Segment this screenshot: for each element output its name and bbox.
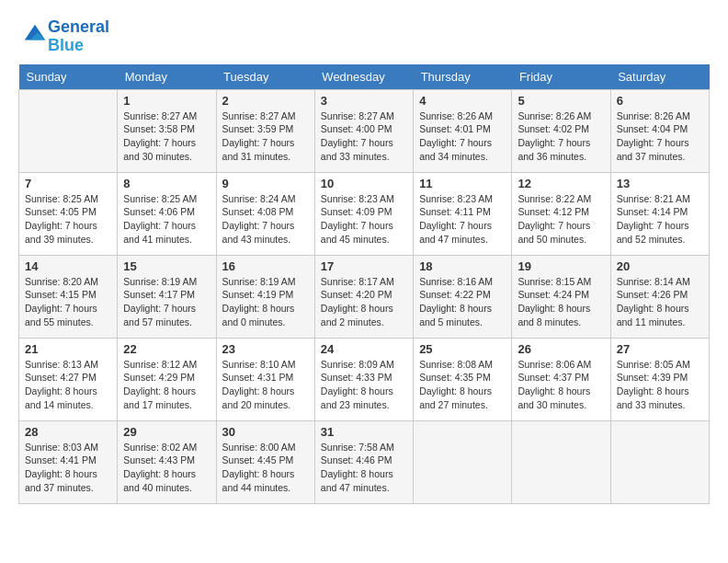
day-info: Sunrise: 8:05 AMSunset: 4:39 PMDaylight:… — [617, 358, 703, 412]
week-row-3: 14Sunrise: 8:20 AMSunset: 4:15 PMDayligh… — [19, 255, 710, 338]
day-number: 7 — [25, 177, 111, 190]
day-cell — [19, 89, 118, 172]
logo-line2: Blue — [48, 37, 109, 55]
day-cell: 20Sunrise: 8:14 AMSunset: 4:26 PMDayligh… — [610, 255, 709, 338]
day-cell: 14Sunrise: 8:20 AMSunset: 4:15 PMDayligh… — [19, 255, 118, 338]
header-wednesday: Wednesday — [314, 64, 413, 90]
day-cell: 19Sunrise: 8:15 AMSunset: 4:24 PMDayligh… — [512, 255, 610, 338]
day-cell: 9Sunrise: 8:24 AMSunset: 4:08 PMDaylight… — [216, 172, 314, 255]
day-info: Sunrise: 8:10 AMSunset: 4:31 PMDaylight:… — [222, 358, 309, 412]
day-number: 29 — [123, 425, 210, 439]
day-number: 11 — [419, 177, 506, 190]
day-cell: 6Sunrise: 8:26 AMSunset: 4:04 PMDaylight… — [610, 89, 709, 172]
logo-line1: General — [48, 18, 109, 37]
header-friday: Friday — [512, 64, 610, 90]
day-number: 25 — [419, 342, 506, 356]
day-info: Sunrise: 8:02 AMSunset: 4:43 PMDaylight:… — [123, 441, 210, 495]
day-cell: 13Sunrise: 8:21 AMSunset: 4:14 PMDayligh… — [610, 172, 709, 255]
day-cell — [610, 420, 709, 503]
day-cell: 18Sunrise: 8:16 AMSunset: 4:22 PMDayligh… — [414, 255, 512, 338]
day-cell — [512, 420, 610, 503]
day-cell: 27Sunrise: 8:05 AMSunset: 4:39 PMDayligh… — [610, 338, 709, 420]
day-cell: 26Sunrise: 8:06 AMSunset: 4:37 PMDayligh… — [512, 338, 610, 420]
header-monday: Monday — [118, 64, 216, 90]
day-cell: 23Sunrise: 8:10 AMSunset: 4:31 PMDayligh… — [216, 338, 314, 420]
day-cell: 17Sunrise: 8:17 AMSunset: 4:20 PMDayligh… — [314, 255, 413, 338]
day-info: Sunrise: 8:08 AMSunset: 4:35 PMDaylight:… — [419, 358, 506, 412]
day-cell: 30Sunrise: 8:00 AMSunset: 4:45 PMDayligh… — [216, 420, 314, 503]
day-number: 15 — [123, 259, 210, 273]
day-cell: 15Sunrise: 8:19 AMSunset: 4:17 PMDayligh… — [118, 255, 216, 338]
week-row-5: 28Sunrise: 8:03 AMSunset: 4:41 PMDayligh… — [19, 420, 710, 503]
day-info: Sunrise: 8:22 AMSunset: 4:12 PMDaylight:… — [518, 192, 604, 247]
week-row-1: 1Sunrise: 8:27 AMSunset: 3:58 PMDaylight… — [19, 89, 710, 172]
day-cell: 10Sunrise: 8:23 AMSunset: 4:09 PMDayligh… — [314, 172, 413, 255]
day-cell: 8Sunrise: 8:25 AMSunset: 4:06 PMDaylight… — [118, 172, 216, 255]
page-header: General Blue — [18, 18, 710, 55]
week-row-2: 7Sunrise: 8:25 AMSunset: 4:05 PMDaylight… — [19, 172, 710, 255]
day-cell: 5Sunrise: 8:26 AMSunset: 4:02 PMDaylight… — [512, 89, 610, 172]
day-number: 2 — [222, 94, 309, 108]
day-number: 30 — [222, 425, 309, 439]
day-number: 18 — [419, 259, 506, 273]
day-number: 10 — [321, 177, 407, 190]
day-number: 20 — [617, 259, 703, 273]
day-info: Sunrise: 8:25 AMSunset: 4:06 PMDaylight:… — [123, 192, 210, 247]
day-cell: 4Sunrise: 8:26 AMSunset: 4:01 PMDaylight… — [414, 89, 512, 172]
calendar-table: SundayMondayTuesdayWednesdayThursdayFrid… — [18, 64, 710, 504]
day-info: Sunrise: 8:19 AMSunset: 4:17 PMDaylight:… — [123, 275, 210, 329]
day-cell: 22Sunrise: 8:12 AMSunset: 4:29 PMDayligh… — [118, 338, 216, 420]
day-cell: 12Sunrise: 8:22 AMSunset: 4:12 PMDayligh… — [512, 172, 610, 255]
day-number: 3 — [321, 94, 407, 108]
day-info: Sunrise: 8:27 AMSunset: 3:58 PMDaylight:… — [123, 109, 210, 164]
day-info: Sunrise: 8:23 AMSunset: 4:11 PMDaylight:… — [419, 192, 506, 247]
header-tuesday: Tuesday — [216, 64, 314, 90]
day-number: 28 — [25, 425, 111, 439]
day-number: 21 — [25, 342, 111, 356]
day-info: Sunrise: 8:17 AMSunset: 4:20 PMDaylight:… — [321, 275, 407, 329]
day-info: Sunrise: 8:00 AMSunset: 4:45 PMDaylight:… — [222, 441, 309, 495]
day-number: 16 — [222, 259, 309, 273]
day-info: Sunrise: 8:27 AMSunset: 3:59 PMDaylight:… — [222, 109, 309, 164]
day-info: Sunrise: 8:26 AMSunset: 4:01 PMDaylight:… — [419, 109, 506, 164]
day-info: Sunrise: 8:21 AMSunset: 4:14 PMDaylight:… — [617, 192, 703, 247]
day-number: 9 — [222, 177, 309, 190]
day-number: 23 — [222, 342, 309, 356]
day-info: Sunrise: 8:24 AMSunset: 4:08 PMDaylight:… — [222, 192, 309, 247]
day-info: Sunrise: 8:19 AMSunset: 4:19 PMDaylight:… — [222, 275, 309, 329]
day-info: Sunrise: 8:26 AMSunset: 4:04 PMDaylight:… — [617, 109, 703, 164]
week-row-4: 21Sunrise: 8:13 AMSunset: 4:27 PMDayligh… — [19, 338, 710, 420]
day-number: 6 — [617, 94, 703, 108]
day-info: Sunrise: 8:13 AMSunset: 4:27 PMDaylight:… — [25, 358, 111, 412]
day-number: 4 — [419, 94, 506, 108]
day-cell: 21Sunrise: 8:13 AMSunset: 4:27 PMDayligh… — [19, 338, 118, 420]
calendar-header-row: SundayMondayTuesdayWednesdayThursdayFrid… — [19, 64, 710, 90]
day-info: Sunrise: 8:16 AMSunset: 4:22 PMDaylight:… — [419, 275, 506, 329]
day-number: 31 — [321, 425, 407, 439]
day-cell: 29Sunrise: 8:02 AMSunset: 4:43 PMDayligh… — [118, 420, 216, 503]
header-saturday: Saturday — [610, 64, 709, 90]
day-cell: 11Sunrise: 8:23 AMSunset: 4:11 PMDayligh… — [414, 172, 512, 255]
day-info: Sunrise: 8:03 AMSunset: 4:41 PMDaylight:… — [25, 441, 111, 495]
day-info: Sunrise: 8:25 AMSunset: 4:05 PMDaylight:… — [25, 192, 111, 247]
logo: General Blue — [18, 18, 109, 55]
day-number: 22 — [123, 342, 210, 356]
day-cell — [414, 420, 512, 503]
day-number: 8 — [123, 177, 210, 190]
day-info: Sunrise: 8:26 AMSunset: 4:02 PMDaylight:… — [518, 109, 604, 164]
day-info: Sunrise: 8:27 AMSunset: 4:00 PMDaylight:… — [321, 109, 407, 164]
day-cell: 25Sunrise: 8:08 AMSunset: 4:35 PMDayligh… — [414, 338, 512, 420]
day-number: 13 — [617, 177, 703, 190]
header-sunday: Sunday — [19, 64, 118, 90]
day-cell: 7Sunrise: 8:25 AMSunset: 4:05 PMDaylight… — [19, 172, 118, 255]
day-number: 17 — [321, 259, 407, 273]
day-number: 26 — [518, 342, 604, 356]
day-info: Sunrise: 8:12 AMSunset: 4:29 PMDaylight:… — [123, 358, 210, 412]
day-cell: 31Sunrise: 7:58 AMSunset: 4:46 PMDayligh… — [314, 420, 413, 503]
day-number: 19 — [518, 259, 604, 273]
day-info: Sunrise: 8:09 AMSunset: 4:33 PMDaylight:… — [321, 358, 407, 412]
day-number: 27 — [617, 342, 703, 356]
day-info: Sunrise: 7:58 AMSunset: 4:46 PMDaylight:… — [321, 441, 407, 495]
day-cell: 1Sunrise: 8:27 AMSunset: 3:58 PMDaylight… — [118, 89, 216, 172]
day-info: Sunrise: 8:14 AMSunset: 4:26 PMDaylight:… — [617, 275, 703, 329]
